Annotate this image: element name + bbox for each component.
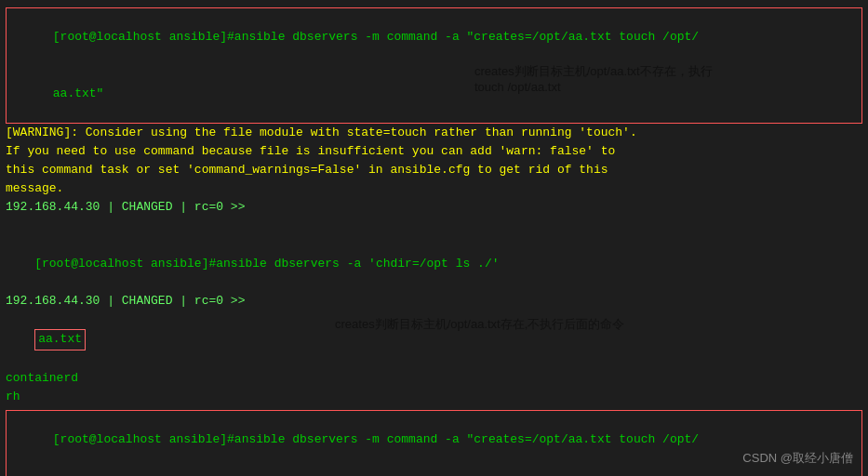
warning-line2: If you need to use command because file …	[6, 142, 862, 161]
cmd3-line1: [root@localhost ansible]#ansible dbserve…	[9, 412, 859, 468]
result2: 192.168.44.30 | CHANGED | rc=0 >>	[6, 292, 862, 311]
blank1	[6, 218, 862, 236]
annotation-2: creates判断目标主机/opt/aa.txt存在,不执行后面的命令	[335, 316, 624, 333]
cmd1-line2: aa.txt"	[9, 65, 859, 121]
file-containerd: containerd	[6, 369, 862, 388]
watermark: CSDN @取经小唐僧	[742, 450, 853, 467]
warning-line3: this command task or set 'command_warnin…	[6, 161, 862, 179]
cmd-block-1: [root@localhost ansible]#ansible dbserve…	[6, 7, 862, 124]
warning-line4: message.	[6, 179, 862, 198]
annotation-1: creates判断目标主机/opt/aa.txt不存在，执行 touch /op…	[474, 63, 713, 94]
warning-line1: [WARNING]: Consider using the file modul…	[6, 124, 862, 142]
file-aatxt: aa.txt	[34, 329, 86, 350]
cmd3-line2: aa.txt"	[9, 468, 859, 476]
cmd2: [root@localhost ansible]#ansible dbserve…	[6, 236, 862, 292]
terminal: [root@localhost ansible]#ansible dbserve…	[0, 0, 868, 476]
cmd1-line1: [root@localhost ansible]#ansible dbserve…	[9, 9, 859, 65]
cmd-block-3: [root@localhost ansible]#ansible dbserve…	[6, 410, 862, 476]
result1: 192.168.44.30 | CHANGED | rc=0 >>	[6, 198, 862, 217]
file-rh: rh	[6, 388, 862, 406]
